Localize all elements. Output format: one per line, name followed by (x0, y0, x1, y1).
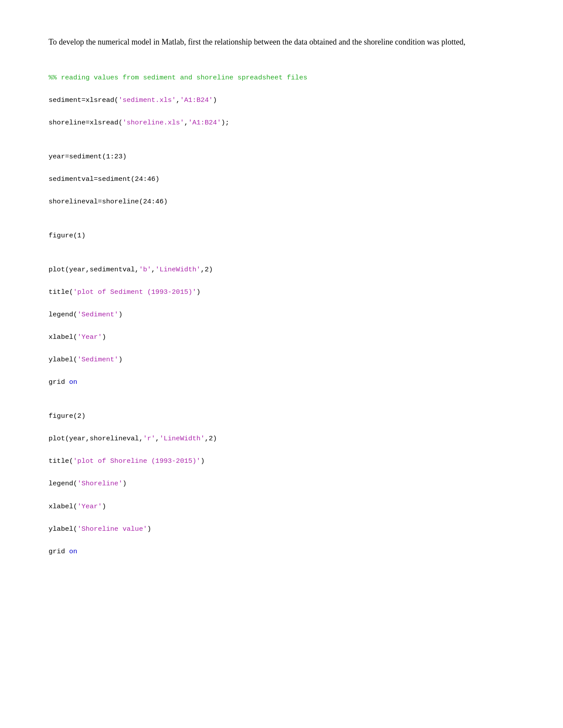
code-block: %% reading values from sediment and shor… (49, 61, 514, 558)
code-line-11: ylabel('Sediment') (49, 356, 122, 364)
code-line-5: shorelineval=shoreline(24:46) (49, 198, 168, 206)
code-line-15: title('plot of Shoreline (1993-2015)') (49, 457, 204, 465)
code-line-6: figure(1) (49, 232, 86, 240)
intro-paragraph: To develop the numerical model in Matlab… (49, 35, 514, 49)
code-line-13: figure(2) (49, 412, 86, 420)
code-line-9: legend('Sediment') (49, 311, 122, 319)
code-line-8: title('plot of Sediment (1993-2015)') (49, 288, 200, 296)
code-line-1: sediment=xlsread('sediment.xls','A1:B24'… (49, 96, 217, 104)
code-line-14: plot(year,shorelineval,'r','LineWidth',2… (49, 435, 217, 443)
code-line-18: ylabel('Shoreline value') (49, 525, 151, 533)
code-comment: %% reading values from sediment and shor… (49, 74, 307, 82)
code-line-7: plot(year,sedimentval,'b','LineWidth',2) (49, 266, 213, 274)
code-line-16: legend('Shoreline') (49, 480, 127, 488)
code-line-17: xlabel('Year') (49, 503, 106, 510)
code-line-19: grid on (49, 548, 77, 555)
code-line-10: xlabel('Year') (49, 333, 106, 341)
code-line-4: sedimentval=sediment(24:46) (49, 175, 159, 183)
code-line-3: year=sediment(1:23) (49, 153, 127, 161)
code-line-12: grid on (49, 378, 77, 386)
code-line-2: shoreline=xlsread('shoreline.xls','A1:B2… (49, 119, 229, 127)
